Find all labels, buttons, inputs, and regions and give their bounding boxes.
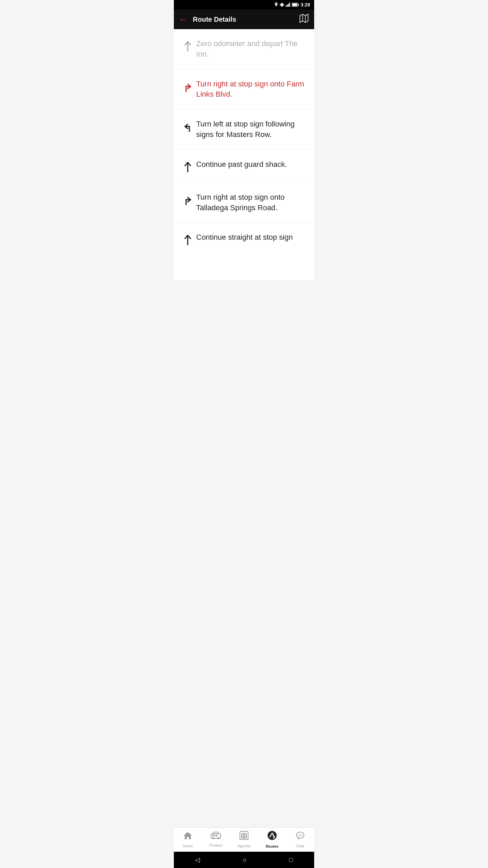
app-header: ← Route Details bbox=[174, 9, 314, 29]
route-text-4: Continue past guard shack. bbox=[196, 159, 307, 170]
svg-rect-2 bbox=[283, 4, 284, 6]
status-icons: 3:28 bbox=[274, 2, 310, 7]
svg-rect-6 bbox=[289, 3, 290, 7]
page-title: Route Details bbox=[193, 16, 299, 23]
svg-rect-5 bbox=[288, 4, 289, 7]
route-text-1: Zero odometer and depart The Inn. bbox=[196, 39, 307, 60]
route-list: Zero odometer and depart The Inn. Turn r… bbox=[174, 29, 314, 280]
route-item-6: Continue straight at stop sign bbox=[174, 223, 314, 253]
route-text-5: Turn right at stop sign onto Talladega S… bbox=[196, 192, 307, 213]
svg-rect-8 bbox=[298, 4, 299, 6]
turn-right-icon-5 bbox=[179, 194, 196, 206]
arrow-up-icon-6 bbox=[179, 234, 196, 246]
svg-rect-1 bbox=[280, 4, 281, 6]
time-display: 3:28 bbox=[301, 2, 310, 7]
svg-rect-4 bbox=[287, 5, 288, 7]
svg-rect-0 bbox=[281, 3, 283, 6]
route-text-2: Turn right at stop sign onto Farm Links … bbox=[196, 79, 307, 100]
svg-rect-3 bbox=[286, 5, 287, 7]
signal-icon bbox=[286, 3, 290, 7]
route-item-4: Continue past guard shack. bbox=[174, 150, 314, 183]
map-icon[interactable] bbox=[299, 14, 309, 25]
route-text-3: Turn left at stop sign following signs f… bbox=[196, 119, 307, 140]
route-item-5: Turn right at stop sign onto Talladega S… bbox=[174, 183, 314, 223]
status-bar: 3:28 bbox=[174, 0, 314, 9]
arrow-up-icon-1 bbox=[179, 40, 196, 52]
svg-rect-9 bbox=[292, 3, 297, 6]
turn-left-icon-3 bbox=[179, 120, 196, 133]
vibrate-icon bbox=[280, 2, 284, 7]
route-item-3: Turn left at stop sign following signs f… bbox=[174, 110, 314, 150]
back-button[interactable]: ← bbox=[179, 15, 187, 24]
location-icon bbox=[274, 2, 278, 7]
route-text-6: Continue straight at stop sign bbox=[196, 232, 307, 243]
turn-right-icon-2 bbox=[179, 80, 196, 93]
route-item-1: Zero odometer and depart The Inn. bbox=[174, 29, 314, 70]
battery-icon bbox=[292, 3, 299, 7]
arrow-up-icon-4 bbox=[179, 161, 196, 173]
route-item-2: Turn right at stop sign onto Farm Links … bbox=[174, 70, 314, 110]
svg-marker-10 bbox=[300, 14, 308, 22]
